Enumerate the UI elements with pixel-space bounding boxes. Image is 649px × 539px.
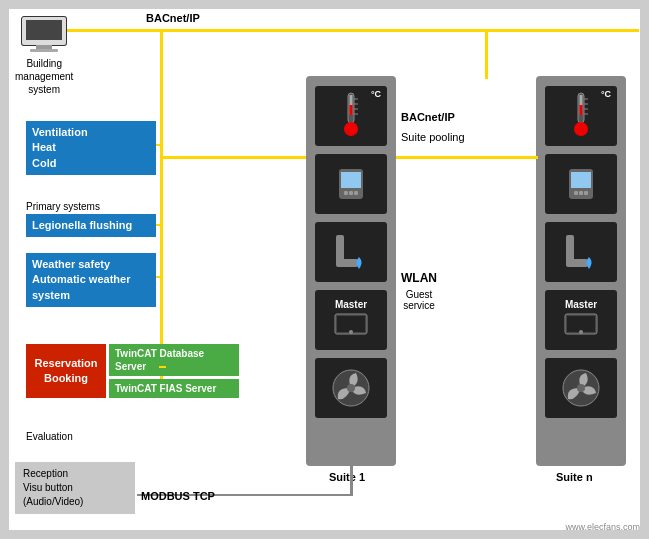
svg-rect-19 <box>336 259 358 267</box>
building-mgmt-label: Building management system <box>15 57 73 96</box>
reservation-red-box: Reservation Booking <box>26 344 106 398</box>
wlan-label: WLAN <box>401 271 437 285</box>
svg-point-22 <box>349 330 353 334</box>
suite1-master: Master <box>315 290 387 350</box>
suiteN-label: Suite n <box>556 471 593 483</box>
svg-rect-7 <box>350 105 353 115</box>
top-bacnet-line <box>67 29 485 32</box>
green-boxes: TwinCAT Database Server TwinCAT FIAS Ser… <box>109 344 239 398</box>
svg-rect-15 <box>344 191 348 195</box>
primary-systems-label: Primary systems <box>26 201 100 212</box>
mid-bacnet-label: BACnet/IP <box>401 111 455 123</box>
computer-icon <box>18 15 70 55</box>
suite1-pipe <box>315 222 387 282</box>
suiteN-pipe <box>545 222 617 282</box>
svg-rect-27 <box>580 105 583 115</box>
ventilation-box: Ventilation Heat Cold <box>26 121 156 175</box>
suite1-label: Suite 1 <box>329 471 365 483</box>
twincat-db-box: TwinCAT Database Server <box>109 344 239 376</box>
suite-connect-yellow-h <box>396 156 538 159</box>
weather-box: Weather safety Automatic weather system <box>26 253 156 307</box>
svg-rect-14 <box>341 172 361 188</box>
legionella-box: Legionella flushing <box>26 214 156 237</box>
left-vertical-line <box>160 29 163 391</box>
svg-rect-39 <box>566 259 588 267</box>
suiteN-thermometer: °C <box>545 86 617 146</box>
modbus-label: MODBUS TCP <box>141 490 215 502</box>
diagram: Building management system BACnet/IP Ven… <box>0 0 649 539</box>
svg-rect-4 <box>30 49 58 52</box>
suiteN-panel: °C Master <box>536 76 626 466</box>
weather-connector-line <box>156 276 163 278</box>
suiteN-top-line <box>485 29 639 32</box>
top-bacnet-label: BACnet/IP <box>146 12 200 24</box>
svg-rect-21 <box>337 316 365 332</box>
svg-point-8 <box>344 122 358 136</box>
svg-rect-35 <box>574 191 578 195</box>
legionella-connector-line <box>156 224 163 226</box>
svg-rect-18 <box>336 235 344 263</box>
svg-rect-3 <box>36 45 52 49</box>
suite1-v-line <box>485 29 488 79</box>
guest-service-label: Guest service <box>403 289 435 311</box>
reception-box: Reception Visu button (Audio/Video) <box>15 462 135 514</box>
svg-rect-16 <box>349 191 353 195</box>
building-mgmt-block: Building management system <box>15 15 73 96</box>
svg-point-28 <box>574 122 588 136</box>
svg-rect-38 <box>566 235 574 263</box>
reservation-connector-line <box>159 366 166 368</box>
svg-rect-2 <box>26 20 62 40</box>
suiteN-fan <box>545 358 617 418</box>
evaluation-label: Evaluation <box>26 431 73 442</box>
reservation-area: Reservation Booking TwinCAT Database Ser… <box>26 344 239 398</box>
svg-point-44 <box>577 384 585 392</box>
suite1-thermometer: °C <box>315 86 387 146</box>
wlan-area: WLAN Guest service <box>401 271 437 311</box>
suite1-fan <box>315 358 387 418</box>
svg-rect-37 <box>584 191 588 195</box>
svg-point-42 <box>579 330 583 334</box>
suite1-connect-line <box>161 156 311 159</box>
suiteN-phone <box>545 154 617 214</box>
twincat-fias-box: TwinCAT FIAS Server <box>109 379 239 398</box>
vent-connector-line <box>156 144 163 146</box>
svg-point-24 <box>347 384 355 392</box>
suiteN-master: Master <box>545 290 617 350</box>
svg-rect-17 <box>354 191 358 195</box>
suite-pooling-label: Suite pooling <box>401 131 465 143</box>
suite1-phone <box>315 154 387 214</box>
suite1-bottom-v-line <box>350 466 353 496</box>
suite1-panel: °C Master <box>306 76 396 466</box>
svg-rect-36 <box>579 191 583 195</box>
svg-rect-41 <box>567 316 595 332</box>
svg-rect-34 <box>571 172 591 188</box>
